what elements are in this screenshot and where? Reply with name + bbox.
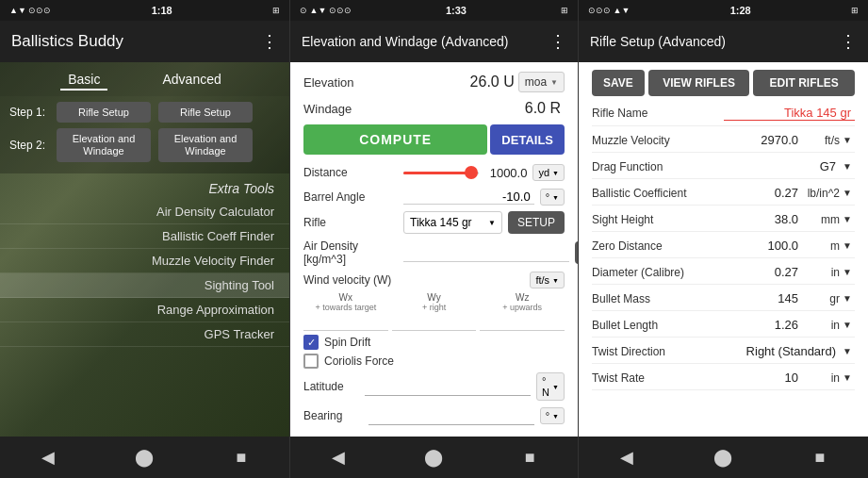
wz-sub: + upwards [480, 303, 565, 312]
tool-range-approx[interactable]: Range Approximation [0, 298, 289, 322]
bearing-input[interactable]: 15.0 [368, 406, 534, 425]
wx-sub: + towards target [303, 303, 388, 312]
bullet-length-unit: in [802, 319, 840, 332]
more-options-2[interactable]: ⋮ [549, 31, 566, 52]
sight-height-unit: mm [802, 213, 840, 226]
wz-input[interactable]: 0 [480, 313, 565, 331]
btn-rifle-setup-basic[interactable]: Rifle Setup [57, 102, 151, 123]
twist-direction-dropdown[interactable]: ▼ [840, 346, 855, 356]
zero-distance-value: 100.0 [724, 239, 802, 253]
nav-home-2[interactable]: ⬤ [415, 447, 452, 468]
status-signal-3: ⊙⊙⊙ ▲▼ [588, 6, 630, 15]
nav-square-2[interactable]: ■ [511, 448, 549, 468]
p1-overlay: Basic Advanced Step 1: Rifle Setup Rifle… [0, 62, 289, 437]
bearing-unit[interactable]: ° [540, 407, 565, 424]
tool-ballistic-coeff[interactable]: Ballistic Coeff Finder [0, 224, 289, 249]
field-diameter: Diameter (Calibre) 0.27 in ▼ [592, 265, 855, 285]
barrel-angle-label: Barrel Angle [303, 190, 398, 204]
tool-sighting-tool[interactable]: Sighting Tool [0, 273, 289, 298]
windage-label: Windage [303, 102, 398, 116]
save-button[interactable]: SAVE [592, 70, 645, 96]
coriolis-row: Coriolis Force [303, 354, 565, 369]
btn-rifle-setup-adv[interactable]: Rifle Setup [158, 102, 253, 123]
status-time-2: 1:33 [446, 5, 467, 16]
distance-slider[interactable] [403, 162, 479, 183]
wind-wz-col: Wz + upwards 0 [480, 292, 565, 331]
air-density-row: Air Density [kg/m^3] 1.168 FIND [303, 239, 565, 266]
wind-section: Wind velocity (W) ft/s Wx + towards targ… [303, 272, 565, 331]
rifle-setup-button[interactable]: SETUP [508, 211, 565, 234]
p1-main-content: Basic Advanced Step 1: Rifle Setup Rifle… [0, 62, 289, 437]
bullet-length-value: 1.26 [724, 318, 802, 332]
nav-back-3[interactable]: ◀ [608, 447, 646, 468]
zero-distance-dropdown[interactable]: ▼ [840, 240, 855, 251]
status-battery-2: ⊞ [561, 6, 568, 15]
muzzle-velocity-dropdown[interactable]: ▼ [840, 135, 855, 145]
coriolis-checkbox[interactable] [303, 354, 319, 369]
elevation-value: 26.0 U [398, 74, 518, 91]
rifle-selector[interactable]: Tikka 145 gr [403, 211, 502, 234]
distance-label: Distance [303, 166, 398, 179]
status-time-3: 1:28 [730, 5, 751, 16]
nav-home-1[interactable]: ⬤ [125, 447, 163, 468]
wx-input[interactable]: 0 [303, 313, 388, 331]
bullet-mass-label: Bullet Mass [592, 292, 724, 305]
find-button[interactable]: FIND [575, 241, 578, 264]
p1-step2-label: Step 2: [9, 139, 49, 152]
tab-advanced[interactable]: Advanced [155, 70, 228, 91]
p1-step1-label: Step 1: [9, 106, 49, 119]
ballistic-coeff-dropdown[interactable]: ▼ [840, 188, 855, 198]
details-button[interactable]: DETAILS [490, 124, 565, 155]
more-options-3[interactable]: ⋮ [840, 31, 857, 52]
distance-unit[interactable]: yd [532, 164, 565, 181]
zero-distance-label: Zero Distance [592, 239, 724, 253]
bullet-length-label: Bullet Length [592, 319, 724, 332]
status-signal-2: ⊙ ▲▼ ⊙⊙⊙ [300, 6, 352, 15]
bullet-mass-dropdown[interactable]: ▼ [840, 293, 855, 304]
muzzle-velocity-unit: ft/s [802, 134, 840, 147]
btn-elevation-basic[interactable]: Elevation and Windage [57, 128, 151, 162]
bearing-row: Bearing 15.0 ° [303, 406, 565, 425]
sight-height-dropdown[interactable]: ▼ [840, 214, 855, 224]
sight-height-value: 38.0 [724, 212, 802, 226]
p1-step2-row: Step 2: Elevation and Windage Elevation … [9, 128, 280, 162]
diameter-dropdown[interactable]: ▼ [840, 267, 855, 277]
drag-function-dropdown[interactable]: ▼ [840, 161, 855, 172]
bullet-length-dropdown[interactable]: ▼ [840, 320, 855, 330]
nav-back-1[interactable]: ◀ [29, 447, 67, 468]
unit-selector[interactable]: moa [518, 72, 565, 92]
ballistic-coeff-unit: lb/in^2 [802, 187, 840, 200]
more-options-1[interactable]: ⋮ [261, 31, 278, 52]
nav-square-1[interactable]: ■ [222, 448, 260, 468]
diameter-value: 0.27 [724, 265, 802, 279]
view-rifles-button[interactable]: VIEW RIFLES [648, 70, 750, 96]
latitude-input[interactable]: 45.008 [365, 377, 531, 396]
tool-air-density[interactable]: Air Density Calculator [0, 200, 289, 224]
muzzle-velocity-label: Muzzle Velocity [592, 134, 724, 147]
diameter-unit: in [802, 266, 840, 279]
air-density-input[interactable]: 1.168 [403, 243, 569, 262]
edit-rifles-button[interactable]: EDIT RIFLES [753, 70, 855, 96]
nav-back-2[interactable]: ◀ [319, 447, 357, 468]
nav-square-3[interactable]: ■ [801, 448, 839, 468]
wy-header: Wy [392, 292, 477, 303]
rifle-name-value[interactable]: Tikka 145 gr [724, 106, 855, 121]
wind-unit[interactable]: ft/s [530, 272, 565, 288]
tool-gps-tracker[interactable]: GPS Tracker [0, 322, 289, 347]
tool-muzzle-velocity[interactable]: Muzzle Velocity Finder [0, 249, 289, 273]
latitude-unit[interactable]: ° N [536, 372, 565, 401]
btn-elevation-adv[interactable]: Elevation and Windage [158, 128, 253, 162]
p3-action-buttons: SAVE VIEW RIFLES EDIT RIFLES [592, 70, 855, 96]
wy-input[interactable]: -15.0 [392, 313, 477, 331]
phone-2: ⊙ ▲▼ ⊙⊙⊙ 1:33 ⊞ Elevation and Windage (A… [289, 0, 579, 478]
spin-drift-checkbox[interactable]: ✓ [303, 335, 319, 350]
nav-home-3[interactable]: ⬤ [704, 447, 742, 468]
twist-rate-value: 10 [724, 371, 802, 385]
field-zero-distance: Zero Distance 100.0 m ▼ [592, 239, 855, 258]
twist-rate-dropdown[interactable]: ▼ [840, 372, 855, 383]
barrel-angle-unit[interactable]: ° [540, 189, 565, 206]
tab-basic[interactable]: Basic [60, 70, 107, 91]
wind-columns: Wx + towards target 0 Wy + right -15.0 W… [303, 292, 565, 331]
status-battery-1: ⊞ [272, 6, 280, 15]
compute-button[interactable]: COMPUTE [303, 124, 487, 155]
